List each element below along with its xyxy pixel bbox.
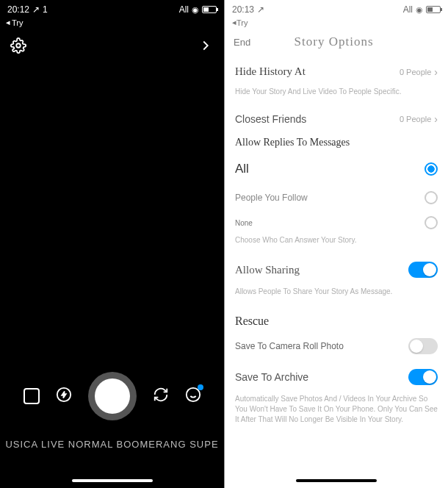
status-time: 20:12	[7, 4, 29, 15]
allow-replies-title: Allow Replies To Messages	[225, 132, 448, 154]
camera-screen: 20:12 ↗ 1 All ◉ ◂ Try	[0, 0, 224, 488]
home-indicator-left	[72, 479, 153, 482]
flash-icon[interactable]	[56, 387, 72, 406]
wifi-icon: ◉	[416, 5, 423, 15]
header: End Story Options	[225, 27, 448, 58]
svg-point-3	[186, 388, 199, 401]
back-button-right[interactable]: ◂ Try	[225, 18, 448, 27]
hide-history-desc: Hide Your Story And Live Video To People…	[225, 85, 448, 106]
status-bar-right: 20:13 ↗ All ◉	[225, 0, 448, 18]
hide-history-row[interactable]: Hide History At 0 People ›	[225, 58, 448, 85]
save-archive-row[interactable]: Save To Archive	[225, 362, 448, 392]
save-archive-label: Save To Archive	[235, 371, 308, 383]
toggle-on[interactable]	[408, 262, 438, 278]
back-label: Try	[12, 18, 23, 27]
face-filter-button[interactable]	[185, 387, 201, 406]
home-indicator-right	[296, 479, 377, 482]
toggle-on[interactable]	[408, 369, 438, 385]
option-none-label: None	[235, 219, 253, 227]
closest-friends-row[interactable]: Closest Friends 0 People ›	[225, 106, 448, 132]
radio-icon[interactable]	[424, 216, 438, 229]
save-roll-label: Save To Camera Roll Photo	[235, 341, 344, 351]
replies-option-follow[interactable]: People You Follow	[225, 184, 448, 212]
forward-icon[interactable]	[198, 37, 214, 57]
page-title: Story Options	[228, 35, 439, 49]
option-follow-label: People You Follow	[235, 193, 308, 203]
status-bar-left: 20:12 ↗ 1 All ◉	[0, 0, 224, 18]
svg-point-0	[16, 43, 21, 48]
option-all-label: All	[235, 162, 249, 176]
shutter-inner	[95, 378, 130, 414]
status-label: All	[179, 4, 189, 15]
chevron-right-icon: ›	[434, 113, 438, 125]
rescue-desc: Automatically Save Photos And / Videos I…	[225, 392, 448, 434]
battery-icon	[426, 6, 441, 13]
status-label: All	[403, 4, 413, 15]
allow-sharing-row[interactable]: Allow Sharing	[225, 254, 448, 285]
allow-sharing-desc: Allows People To Share Your Story As Mes…	[225, 285, 448, 306]
wifi-icon: ◉	[192, 5, 199, 15]
chevron-right-icon: ›	[434, 66, 438, 78]
location-icon: ↗	[257, 4, 264, 15]
rescue-title: Rescue	[225, 306, 448, 331]
notification-dot	[198, 384, 203, 390]
allow-replies-desc: Choose Who Can Answer Your Story.	[225, 234, 448, 254]
hide-history-label: Hide History At	[235, 65, 306, 78]
story-options-screen: 20:13 ↗ All ◉ ◂ Try End Story Options Hi…	[224, 0, 448, 488]
switch-camera-icon[interactable]	[153, 387, 169, 406]
replies-option-all[interactable]: All	[225, 154, 448, 184]
back-label: Try	[236, 18, 248, 27]
svg-marker-2	[62, 391, 66, 398]
gallery-button[interactable]	[24, 388, 40, 404]
settings-icon[interactable]	[10, 37, 26, 57]
radio-icon[interactable]	[424, 191, 438, 204]
radio-selected-icon[interactable]	[424, 162, 438, 176]
battery-icon	[202, 6, 217, 13]
allow-sharing-label: Allow Sharing	[235, 264, 300, 276]
status-time: 20:13	[232, 4, 254, 15]
closest-friends-label: Closest Friends	[235, 113, 306, 125]
status-suffix: 1	[43, 4, 48, 15]
back-arrow-icon: ◂	[6, 18, 10, 27]
status-signal: ↗	[32, 4, 40, 15]
hide-history-value: 0 People	[400, 68, 431, 76]
toggle-off[interactable]	[408, 338, 438, 354]
save-roll-row[interactable]: Save To Camera Roll Photo	[225, 331, 448, 362]
shutter-button[interactable]	[88, 372, 137, 420]
smiley-icon	[185, 392, 201, 405]
replies-option-none[interactable]: None	[225, 212, 448, 234]
back-button-left[interactable]: ◂ Try	[0, 18, 224, 27]
closest-friends-value: 0 People	[400, 115, 431, 123]
camera-modes[interactable]: USICA LIVE NORMAL BOOMERANG SUPE	[0, 439, 224, 450]
